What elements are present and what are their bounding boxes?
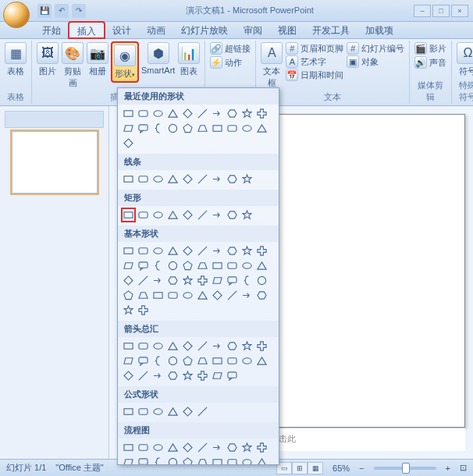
- shape-item[interactable]: [226, 441, 239, 454]
- shape-item[interactable]: [211, 107, 224, 120]
- shape-item[interactable]: [240, 122, 254, 135]
- shape-item[interactable]: [226, 274, 239, 287]
- maximize-button[interactable]: □: [432, 5, 450, 17]
- shape-item[interactable]: [137, 289, 150, 302]
- shape-item[interactable]: [226, 369, 239, 382]
- shape-item[interactable]: [255, 456, 269, 465]
- shape-item[interactable]: [166, 274, 180, 287]
- shape-item[interactable]: [122, 259, 135, 272]
- shape-item[interactable]: [196, 339, 209, 353]
- shape-item[interactable]: [122, 354, 135, 368]
- tab-addins[interactable]: 加载项: [357, 22, 401, 38]
- shape-item[interactable]: [196, 354, 209, 368]
- shape-item[interactable]: [122, 289, 135, 302]
- tab-slideshow[interactable]: 幻灯片放映: [173, 22, 236, 38]
- shape-item[interactable]: [137, 354, 150, 368]
- shape-item[interactable]: [196, 259, 209, 272]
- slide-canvas[interactable]: [265, 114, 465, 428]
- shape-item[interactable]: [196, 456, 209, 465]
- minimize-button[interactable]: –: [414, 5, 431, 17]
- undo-button[interactable]: ↶: [55, 4, 69, 18]
- thumb-tab-slides[interactable]: [5, 112, 55, 127]
- shape-item[interactable]: [211, 339, 224, 353]
- textbox-button[interactable]: A文本框: [261, 42, 283, 89]
- shape-item[interactable]: [181, 122, 194, 135]
- shape-item[interactable]: [255, 274, 269, 287]
- office-button[interactable]: [3, 2, 30, 28]
- shape-item[interactable]: [240, 354, 254, 368]
- shape-item[interactable]: [151, 107, 165, 120]
- shape-item[interactable]: [196, 274, 209, 287]
- symbol-button[interactable]: Ω符号: [457, 42, 473, 77]
- shape-item[interactable]: [122, 122, 135, 135]
- sorter-view-button[interactable]: ⊞: [292, 462, 308, 474]
- shape-item[interactable]: [226, 244, 239, 258]
- shape-item[interactable]: [151, 354, 165, 368]
- shape-item[interactable]: [226, 259, 239, 272]
- shape-item[interactable]: [166, 405, 180, 418]
- slide-thumbnail-1[interactable]: [12, 131, 98, 194]
- shape-item[interactable]: [151, 208, 165, 222]
- shape-item[interactable]: [211, 354, 224, 368]
- shape-item[interactable]: [181, 289, 194, 302]
- shape-item[interactable]: [122, 441, 135, 454]
- clipart-button[interactable]: 🎨剪贴画: [62, 42, 84, 89]
- shape-item[interactable]: [166, 107, 180, 120]
- shape-item[interactable]: [196, 441, 209, 454]
- zoom-in-button[interactable]: +: [446, 464, 450, 473]
- shape-item[interactable]: [137, 304, 150, 317]
- shape-item[interactable]: [151, 122, 165, 135]
- redo-button[interactable]: ↷: [72, 4, 86, 18]
- slideshow-view-button[interactable]: ▦: [308, 462, 323, 474]
- shape-item[interactable]: [196, 172, 209, 186]
- zoom-out-button[interactable]: −: [359, 464, 364, 473]
- slidenumber-button[interactable]: #幻灯片编号: [347, 42, 404, 55]
- shape-item[interactable]: [137, 244, 150, 258]
- shape-item[interactable]: [255, 244, 269, 258]
- zoom-slider[interactable]: [374, 467, 436, 470]
- picture-button[interactable]: 🖼图片: [37, 42, 59, 77]
- shape-item[interactable]: [166, 172, 180, 186]
- shape-item[interactable]: [196, 122, 209, 135]
- shape-item[interactable]: [181, 339, 194, 353]
- shape-item[interactable]: [151, 274, 165, 287]
- shape-item[interactable]: [122, 456, 135, 465]
- shape-item[interactable]: [211, 289, 224, 302]
- shape-item[interactable]: [151, 369, 165, 382]
- shape-item[interactable]: [166, 339, 180, 353]
- shape-item[interactable]: [211, 259, 224, 272]
- shape-item[interactable]: [226, 354, 239, 368]
- shape-item[interactable]: [137, 405, 150, 418]
- shape-item[interactable]: [240, 289, 254, 302]
- shape-item[interactable]: [196, 289, 209, 302]
- shape-item[interactable]: [122, 274, 135, 287]
- sound-button[interactable]: 🔊声音: [414, 56, 446, 69]
- shape-item[interactable]: [181, 274, 194, 287]
- tab-home[interactable]: 开始: [34, 22, 69, 38]
- shape-item[interactable]: [226, 289, 239, 302]
- shape-item[interactable]: [240, 107, 254, 120]
- shape-item[interactable]: [181, 208, 194, 222]
- fit-window-button[interactable]: ⊡: [460, 463, 467, 473]
- shape-item[interactable]: [122, 405, 135, 418]
- shape-item[interactable]: [137, 369, 150, 382]
- shape-item[interactable]: [181, 369, 194, 382]
- shape-item[interactable]: [181, 107, 194, 120]
- shape-item[interactable]: [211, 208, 224, 222]
- chart-button[interactable]: 📊图表: [178, 42, 200, 77]
- shape-item[interactable]: [151, 339, 165, 353]
- shape-item[interactable]: [255, 122, 269, 135]
- shape-item[interactable]: [255, 339, 269, 353]
- table-button[interactable]: ▦ 表格: [5, 42, 27, 77]
- object-button[interactable]: ▣对象: [347, 55, 404, 68]
- shape-item[interactable]: [211, 244, 224, 258]
- wordart-button[interactable]: A艺术字: [286, 55, 343, 68]
- shape-item[interactable]: [122, 208, 135, 222]
- shape-item[interactable]: [240, 274, 254, 287]
- shape-item[interactable]: [226, 172, 239, 186]
- shape-item[interactable]: [137, 107, 150, 120]
- shape-item[interactable]: [181, 354, 194, 368]
- shape-item[interactable]: [240, 456, 254, 465]
- shape-item[interactable]: [122, 244, 135, 258]
- tab-review[interactable]: 审阅: [236, 22, 270, 38]
